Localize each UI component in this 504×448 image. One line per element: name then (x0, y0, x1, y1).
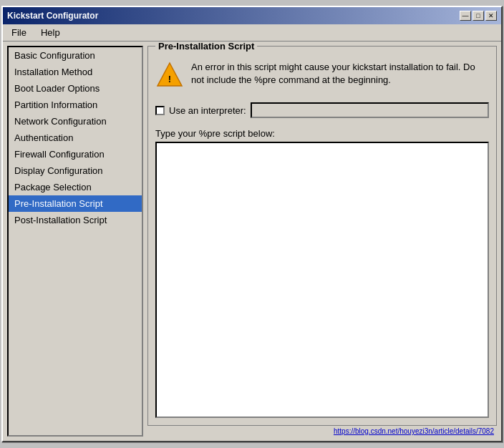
panel-content: ! An error in this script might cause yo… (148, 47, 496, 425)
sidebar-item-installation-method[interactable]: Installation Method (9, 64, 142, 80)
sidebar-item-basic-configuration[interactable]: Basic Configuration (9, 47, 142, 64)
menubar: File Help (3, 24, 501, 42)
sidebar: Basic Configuration Installation Method … (7, 46, 143, 437)
title-bar: Kickstart Configurator — □ ✕ (3, 7, 501, 24)
menu-file[interactable]: File (6, 26, 32, 39)
sidebar-item-post-installation-script[interactable]: Post-Installation Script (9, 212, 142, 228)
use-interpreter-checkbox[interactable] (155, 106, 165, 115)
main-panel: Pre-Installation Script ! An error in th… (147, 46, 497, 437)
main-window: Kickstart Configurator — □ ✕ File Help B… (1, 6, 503, 442)
interpreter-label: Use an interpreter: (169, 105, 246, 116)
sidebar-item-pre-installation-script[interactable]: Pre-Installation Script (9, 195, 142, 212)
sidebar-item-firewall-configuration[interactable]: Firewall Configuration (9, 146, 142, 162)
interpreter-row: Use an interpreter: (155, 99, 489, 121)
interpreter-input[interactable] (251, 102, 489, 118)
watermark: https://blog.csdn.net/houyezi3n/article/… (147, 426, 497, 437)
panel-title: Pre-Installation Script (155, 42, 257, 52)
script-textarea[interactable] (155, 142, 489, 418)
sidebar-item-boot-loader-options[interactable]: Boot Loader Options (9, 80, 142, 97)
maximize-button[interactable]: □ (472, 11, 484, 21)
sidebar-item-display-configuration[interactable]: Display Configuration (9, 162, 142, 179)
sidebar-item-authentication[interactable]: Authentication (9, 130, 142, 146)
menu-help[interactable]: Help (35, 26, 66, 39)
sidebar-item-package-selection[interactable]: Package Selection (9, 179, 142, 195)
minimize-button[interactable]: — (460, 11, 471, 21)
warning-icon: ! (155, 61, 184, 89)
warning-message: An error in this script might cause your… (191, 61, 489, 87)
window-title: Kickstart Configurator (7, 11, 98, 21)
sidebar-item-partition-information[interactable]: Partition Information (9, 97, 142, 113)
svg-text:!: ! (168, 74, 171, 84)
close-button[interactable]: ✕ (485, 11, 497, 21)
sidebar-item-network-configuration[interactable]: Network Configuration (9, 113, 142, 130)
panel-group: Pre-Installation Script ! An error in th… (147, 46, 497, 426)
title-bar-controls: — □ ✕ (460, 11, 497, 21)
warning-box: ! An error in this script might cause yo… (155, 58, 489, 92)
script-label: Type your %pre script below: (155, 128, 489, 139)
content-area: Basic Configuration Installation Method … (3, 42, 501, 441)
